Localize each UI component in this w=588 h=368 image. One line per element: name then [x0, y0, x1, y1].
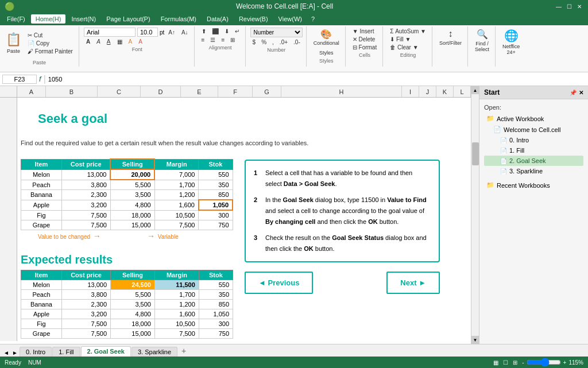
data-table-1: Item Cost price Selling Margin Stok Melo…	[21, 158, 233, 230]
next-button[interactable]: Next ►	[386, 272, 440, 294]
scroll-tabs-right-button[interactable]: ►	[11, 348, 19, 357]
align-top-button[interactable]: ⬆	[199, 28, 208, 35]
align-center-button[interactable]: ☰	[208, 36, 218, 44]
font-size-input[interactable]	[137, 28, 158, 37]
comma-button[interactable]: ,	[270, 38, 276, 46]
panel-welcome-file[interactable]: 📄 Welcome to Cell.cell	[484, 124, 583, 135]
format-painter-button[interactable]: 🖌 Format Painter	[25, 48, 75, 55]
netffice-button[interactable]: 🌐 Netffice24+	[500, 28, 522, 56]
col-header-I[interactable]: I	[402, 86, 419, 97]
table1-header-selling: Selling	[110, 159, 154, 169]
cell-reference-input[interactable]	[2, 75, 37, 84]
col-header-H[interactable]: H	[281, 86, 402, 97]
shrink-font-button[interactable]: A↓	[179, 29, 191, 36]
panel-item-1-fill[interactable]: 📄 1. Fill	[484, 145, 583, 156]
col-header-E[interactable]: E	[181, 86, 218, 97]
autosum-button[interactable]: Σ AutoSum ▼	[388, 28, 428, 35]
scroll-down-button[interactable]: ▼	[471, 336, 479, 344]
underline-button[interactable]: A	[105, 38, 113, 45]
sheet-tab-3-sparkline[interactable]: 3. Sparkline	[131, 347, 177, 357]
scroll-tabs-left-button[interactable]: ◄	[2, 348, 10, 357]
currency-button[interactable]: $	[250, 38, 258, 46]
sheet-tab-1-fill[interactable]: 1. Fill	[52, 347, 80, 357]
styles-button[interactable]: Styles	[317, 49, 336, 57]
col-header-A[interactable]: A	[17, 86, 46, 97]
font-name-input[interactable]	[84, 28, 136, 37]
menu-page-layout[interactable]: Page Layout(P)	[102, 14, 154, 24]
clear-button[interactable]: 🗑 Clear ▼	[388, 44, 428, 51]
align-bottom-button[interactable]: ⬇	[222, 28, 231, 35]
fill-color-button[interactable]: A	[126, 38, 135, 45]
sort-filter-button[interactable]: ↕ Sort/Filter	[437, 28, 464, 47]
delete-button[interactable]: ✕ Delete	[350, 36, 379, 43]
panel-recent-workbooks-folder[interactable]: 📁 Recent Workbooks	[484, 180, 583, 191]
minimize-button[interactable]: —	[555, 2, 563, 10]
align-right-button[interactable]: ≡	[219, 36, 227, 44]
view-normal-button[interactable]: ▦	[493, 359, 498, 366]
menu-insert[interactable]: Insert(N)	[67, 14, 100, 24]
add-sheet-button[interactable]: +	[178, 345, 189, 357]
help-button[interactable]: ?	[308, 14, 318, 24]
panel-close-button[interactable]: ✕	[579, 90, 583, 96]
scroll-thumb[interactable]	[472, 142, 479, 165]
merge-button[interactable]: ⊞	[228, 36, 237, 44]
col-header-F[interactable]: F	[218, 86, 253, 97]
panel-item-3-sparkline[interactable]: 📄 3. Sparkline	[484, 166, 583, 176]
menu-file[interactable]: File(F)	[2, 14, 30, 24]
format-button[interactable]: ⊟ Format	[350, 44, 379, 51]
copy-button[interactable]: 📄 Copy	[25, 40, 75, 47]
panel-pin-button[interactable]: 📌	[570, 90, 577, 96]
menu-home[interactable]: Home(H)	[31, 14, 66, 24]
zoom-in-button[interactable]: +	[563, 359, 567, 366]
sheet-tab-2-goal-seek[interactable]: 2. Goal Seek	[81, 346, 131, 357]
conditional-formatting-button[interactable]: 🎨 Conditional	[311, 28, 342, 48]
scroll-up-button[interactable]: ▲	[471, 86, 479, 94]
menu-formulas[interactable]: Formulas(M)	[156, 14, 201, 24]
panel-item-0-intro[interactable]: 📄 0. Intro	[484, 135, 583, 145]
col-header-L[interactable]: L	[454, 86, 471, 97]
panel-active-workbook-folder[interactable]: 📁 Active Workbook	[484, 113, 583, 124]
percent-button[interactable]: %	[259, 38, 269, 46]
insert-button[interactable]: ▼ Insert	[350, 28, 379, 35]
col-header-D[interactable]: D	[141, 86, 181, 97]
vertical-scrollbar[interactable]: ▲ ▼	[471, 86, 479, 344]
maximize-button[interactable]: ☐	[565, 2, 573, 10]
align-middle-button[interactable]: ⬛	[210, 28, 221, 35]
number-format-select[interactable]: Number Currency Percentage	[250, 28, 303, 37]
wrap-text-button[interactable]: ↵	[233, 28, 242, 35]
col-header-C[interactable]: C	[98, 86, 141, 97]
view-layout-button[interactable]: ☐	[503, 359, 508, 366]
menu-review[interactable]: Review(B)	[234, 14, 273, 24]
zoom-controls[interactable]: - + 115%	[522, 359, 583, 366]
col-header-B[interactable]: B	[46, 86, 98, 97]
italic-button[interactable]: A	[94, 38, 103, 45]
previous-button[interactable]: ◄ Previous	[245, 272, 313, 294]
view-page-break-button[interactable]: ⊞	[513, 359, 517, 366]
col-header-J[interactable]: J	[419, 86, 436, 97]
panel-open-label: Open:	[484, 104, 583, 111]
col-header-K[interactable]: K	[436, 86, 454, 97]
col-header-G[interactable]: G	[253, 86, 281, 97]
zoom-slider[interactable]	[527, 360, 561, 365]
formula-input[interactable]	[48, 76, 586, 83]
paste-button[interactable]: 📋 Paste	[3, 29, 24, 57]
border-button[interactable]: ▦	[115, 38, 125, 45]
bold-button[interactable]: A	[84, 38, 92, 45]
decrease-decimal-button[interactable]: .0-	[291, 38, 303, 46]
fill-button[interactable]: ⬇ Fill ▼	[388, 36, 428, 43]
grow-font-button[interactable]: A↑	[166, 29, 177, 36]
sheet-content-area[interactable]: Seek a goal Find out the required value …	[17, 98, 471, 341]
table1-row3-cost: 2,300	[61, 190, 110, 200]
cut-button[interactable]: ✂ Cut	[25, 32, 75, 39]
close-button[interactable]: ✕	[575, 2, 583, 10]
align-left-button[interactable]: ≡	[199, 36, 207, 44]
zoom-out-button[interactable]: -	[522, 359, 524, 366]
menu-view[interactable]: View(W)	[274, 14, 307, 24]
increase-decimal-button[interactable]: .0+	[277, 38, 290, 46]
menu-data[interactable]: Data(A)	[202, 14, 233, 24]
find-select-button[interactable]: 🔍 Find /Select	[473, 28, 492, 53]
sheet-tab-0-intro[interactable]: 0. Intro	[20, 347, 52, 357]
panel-item-2-goal-seek[interactable]: 📄 2. Goal Seek	[484, 156, 583, 166]
window-controls[interactable]: — ☐ ✕	[555, 2, 583, 10]
font-color-button[interactable]: A	[136, 38, 145, 45]
